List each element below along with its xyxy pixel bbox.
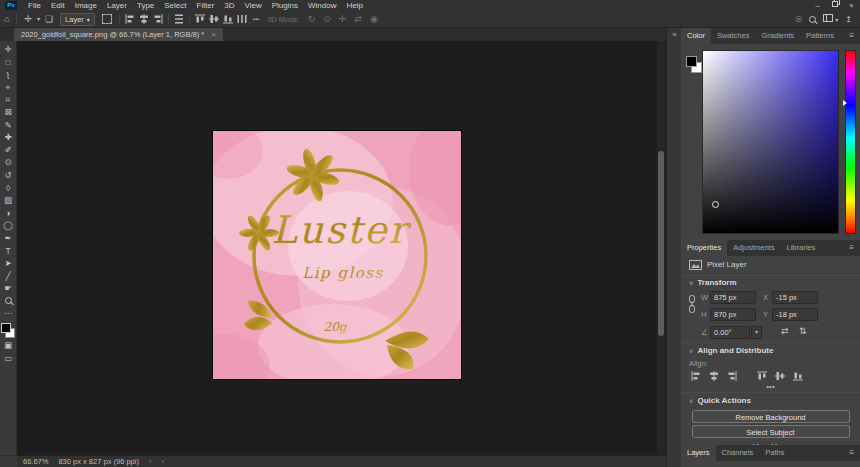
document-canvas[interactable]: Luster Lip gloss 20g bbox=[213, 131, 461, 379]
panel-menu-icon[interactable]: ≡ bbox=[843, 445, 860, 461]
hue-slider[interactable] bbox=[845, 50, 856, 234]
panel-menu-icon[interactable]: ≡ bbox=[843, 240, 860, 256]
tab-color[interactable]: Color bbox=[681, 28, 711, 44]
blur-tool[interactable]: ◑ bbox=[0, 207, 17, 220]
menu-image[interactable]: Image bbox=[70, 0, 102, 11]
flip-vertical-icon[interactable]: ⇅ bbox=[799, 325, 807, 338]
lasso-tool[interactable]: ʅ bbox=[0, 68, 17, 81]
zoom-level-field[interactable]: 66.67% bbox=[23, 457, 48, 466]
rotation-dropdown-icon[interactable]: ▾ bbox=[751, 326, 762, 339]
share-icon[interactable]: ↥ bbox=[845, 15, 852, 24]
menu-file[interactable]: File bbox=[23, 0, 46, 11]
distribute-horizontal-icon[interactable] bbox=[237, 14, 247, 24]
account-icon[interactable]: ☉ bbox=[795, 15, 802, 24]
move-tool-preset-icon[interactable]: ✛ bbox=[20, 12, 36, 27]
align-center-horizontal-icon[interactable] bbox=[139, 14, 149, 24]
y-field[interactable]: -18 px bbox=[772, 308, 818, 321]
remove-background-button[interactable]: Remove Background bbox=[692, 410, 850, 423]
flip-horizontal-icon[interactable]: ⇄ bbox=[781, 325, 789, 338]
tab-channels[interactable]: Channels bbox=[716, 445, 760, 461]
marquee-tool[interactable]: □ bbox=[0, 56, 17, 69]
quick-actions-section-header[interactable]: ∨ Quick Actions bbox=[681, 392, 860, 408]
menu-help[interactable]: Help bbox=[341, 0, 367, 11]
search-icon[interactable] bbox=[809, 16, 816, 23]
view-more-link[interactable]: View More bbox=[681, 442, 860, 445]
hue-slider-marker[interactable] bbox=[843, 100, 847, 106]
align-center-horizontal-icon[interactable] bbox=[709, 371, 719, 381]
gradient-tool[interactable]: ▧ bbox=[0, 194, 17, 207]
restore-button[interactable] bbox=[826, 0, 843, 11]
auto-select-icon[interactable]: ❏ bbox=[41, 12, 57, 27]
zoom-tool[interactable] bbox=[0, 295, 17, 308]
more-align-options-icon[interactable]: ••• bbox=[249, 12, 263, 27]
align-top-icon[interactable] bbox=[757, 371, 767, 381]
frame-tool[interactable]: ⊠ bbox=[0, 106, 17, 119]
menu-layer[interactable]: Layer bbox=[102, 0, 132, 11]
minimize-button[interactable]: – bbox=[809, 0, 826, 11]
align-middle-icon[interactable] bbox=[209, 14, 219, 24]
select-subject-button[interactable]: Select Subject bbox=[692, 425, 850, 438]
height-field[interactable]: 870 px bbox=[710, 308, 756, 321]
menu-filter[interactable]: Filter bbox=[192, 0, 220, 11]
menu-edit[interactable]: Edit bbox=[46, 0, 70, 11]
hand-tool[interactable]: ☛ bbox=[0, 282, 17, 295]
edit-toolbar-icon[interactable]: ⋯ bbox=[0, 307, 17, 320]
collapse-panels-icon[interactable]: » bbox=[667, 28, 682, 42]
quick-mask-icon[interactable]: ▣ bbox=[0, 339, 17, 352]
tab-paths[interactable]: Paths bbox=[759, 445, 790, 461]
eyedropper-tool[interactable]: ✎ bbox=[0, 119, 17, 132]
vertical-scrollbar[interactable] bbox=[657, 41, 665, 455]
tab-gradients[interactable]: Gradients bbox=[755, 28, 800, 44]
healing-brush-tool[interactable]: ✚ bbox=[0, 131, 17, 144]
align-section-header[interactable]: ∨ Align and Distribute bbox=[681, 342, 860, 358]
type-tool[interactable]: T bbox=[0, 245, 17, 258]
saturation-brightness-field[interactable] bbox=[702, 50, 839, 234]
home-icon[interactable]: ⌂ bbox=[0, 12, 13, 27]
status-menu-arrow-icon[interactable]: › bbox=[149, 457, 152, 466]
pen-tool[interactable]: ✒ bbox=[0, 232, 17, 245]
color-field-selector[interactable] bbox=[712, 201, 719, 208]
transform-section-header[interactable]: ∨ Transform bbox=[681, 274, 860, 290]
shape-tool[interactable]: ╱ bbox=[0, 270, 17, 283]
align-right-icon[interactable] bbox=[727, 371, 737, 381]
object-selection-tool[interactable]: ⌖ bbox=[0, 81, 17, 94]
link-dimensions-icon[interactable] bbox=[688, 295, 696, 313]
distribute-vertical-icon[interactable] bbox=[174, 14, 184, 24]
more-align-options-icon[interactable]: ••• bbox=[689, 383, 852, 392]
align-bottom-icon[interactable] bbox=[223, 14, 233, 24]
eraser-tool[interactable]: ◊ bbox=[0, 182, 17, 195]
vertical-scrollbar-thumb[interactable] bbox=[658, 151, 664, 336]
rotation-field[interactable]: 0.00° bbox=[710, 326, 750, 339]
menu-plugins[interactable]: Plugins bbox=[267, 0, 303, 11]
tab-swatches[interactable]: Swatches bbox=[711, 28, 756, 44]
clone-stamp-tool[interactable]: ⊙ bbox=[0, 156, 17, 169]
tab-properties[interactable]: Properties bbox=[681, 240, 727, 256]
align-bottom-icon[interactable] bbox=[793, 371, 803, 381]
tab-adjustments[interactable]: Adjustments bbox=[727, 240, 780, 256]
foreground-color-swatch[interactable] bbox=[686, 56, 697, 67]
path-selection-tool[interactable]: ➤ bbox=[0, 257, 17, 270]
panel-menu-icon[interactable]: ≡ bbox=[843, 28, 860, 44]
document-tab[interactable]: 2020_goldfoil_square.png @ 66.7% (Layer … bbox=[14, 28, 223, 41]
align-middle-icon[interactable] bbox=[775, 371, 785, 381]
dodge-tool[interactable]: ◯ bbox=[0, 219, 17, 232]
scroll-left-arrow-icon[interactable]: ‹ bbox=[161, 457, 164, 466]
menu-3d[interactable]: 3D bbox=[219, 0, 239, 11]
screen-mode-icon[interactable]: ▭ bbox=[0, 352, 17, 365]
workspace-icon[interactable]: ▾ bbox=[823, 14, 838, 24]
menu-window[interactable]: Window bbox=[303, 0, 341, 11]
close-tab-icon[interactable]: × bbox=[211, 30, 216, 39]
align-right-icon[interactable] bbox=[153, 14, 163, 24]
brush-tool[interactable]: ✐ bbox=[0, 144, 17, 157]
show-transform-controls-icon[interactable] bbox=[102, 14, 112, 24]
foreground-color-swatch[interactable] bbox=[1, 323, 11, 333]
canvas-area[interactable]: Luster Lip gloss 20g bbox=[17, 41, 666, 455]
tab-layers[interactable]: Layers bbox=[681, 445, 716, 461]
menu-view[interactable]: View bbox=[240, 0, 267, 11]
menu-type[interactable]: Type bbox=[132, 0, 159, 11]
align-left-icon[interactable] bbox=[691, 371, 701, 381]
crop-tool[interactable]: ⌗ bbox=[0, 93, 17, 106]
tab-patterns[interactable]: Patterns bbox=[800, 28, 840, 44]
close-button[interactable]: × bbox=[843, 0, 860, 11]
history-brush-tool[interactable]: ↺ bbox=[0, 169, 17, 182]
